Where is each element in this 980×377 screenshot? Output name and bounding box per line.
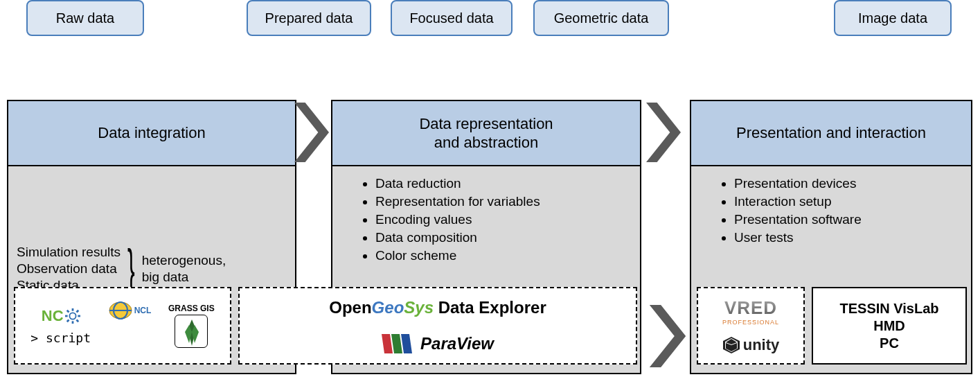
pill-raw-data: Raw data (26, 0, 144, 36)
stage3-b2: Interaction setup (734, 194, 960, 209)
stage1-input-sim: Simulation results (17, 245, 121, 260)
svg-line-7 (76, 319, 78, 322)
opengeosys-logo: OpenGeoSys Data Explorer (329, 298, 546, 317)
stage3-b4: User tests (734, 230, 960, 245)
svg-line-8 (66, 319, 69, 322)
unity-icon (722, 336, 740, 354)
nco-logo: NC (42, 307, 80, 325)
stage2-bullets: Data reduction Representation for variab… (344, 173, 629, 263)
svg-point-1 (69, 313, 75, 319)
device-hmd: HMD (873, 318, 905, 334)
stage2-title: Data representation and abstraction (332, 101, 640, 166)
stage3-b1: Presentation devices (734, 176, 960, 191)
stage2-b5: Color scheme (375, 248, 629, 263)
stage3-title: Presentation and interaction (691, 101, 971, 166)
gear-icon (65, 308, 80, 324)
stage2-b1: Data reduction (375, 176, 629, 191)
globe-icon (108, 298, 133, 323)
script-label: > script (30, 331, 91, 345)
stage3-bullets: Presentation devices Interaction setup P… (702, 173, 960, 245)
vred-logo: VRED PROFESSIONAL (722, 297, 779, 326)
stage1-big: big data (142, 270, 226, 285)
software-box-integration: NC > script NCL GRASS GIS (14, 287, 231, 365)
svg-line-6 (66, 310, 69, 312)
stage3-b3: Presentation software (734, 212, 960, 227)
pill-image-data: Image data (834, 0, 952, 36)
chevron-icon (648, 305, 687, 367)
pill-geometric-data: Geometric data (533, 0, 669, 36)
software-box-devices: TESSIN VisLab HMD PC (812, 287, 967, 365)
chevron-icon (641, 103, 686, 162)
grass-icon (175, 315, 208, 348)
stage1-het: heterogenous, (142, 253, 226, 268)
stage2-b4: Data composition (375, 230, 629, 245)
stage2-b3: Encoding values (375, 212, 629, 227)
chevron-icon (289, 103, 334, 162)
unity-logo: unity (722, 336, 780, 354)
device-vislab: TESSIN VisLab (839, 301, 938, 317)
svg-line-9 (76, 310, 78, 312)
stage2-b2: Representation for variables (375, 194, 629, 209)
software-box-representation: OpenGeoSys Data Explorer ParaView (238, 287, 637, 365)
paraview-icon (382, 334, 415, 353)
device-pc: PC (880, 335, 899, 351)
stage1-summary: heterogenous, big data (142, 253, 226, 286)
pill-prepared-data: Prepared data (247, 0, 371, 36)
grass-gis-logo: GRASS GIS (168, 304, 215, 348)
software-box-engines: VRED PROFESSIONAL unity (697, 287, 805, 365)
ncl-logo: NCL (108, 298, 152, 323)
stage1-title: Data integration (8, 101, 295, 166)
stage1-input-obs: Observation data (17, 261, 121, 277)
pill-focused-data: Focused data (391, 0, 513, 36)
paraview-logo: ParaView (382, 334, 494, 353)
